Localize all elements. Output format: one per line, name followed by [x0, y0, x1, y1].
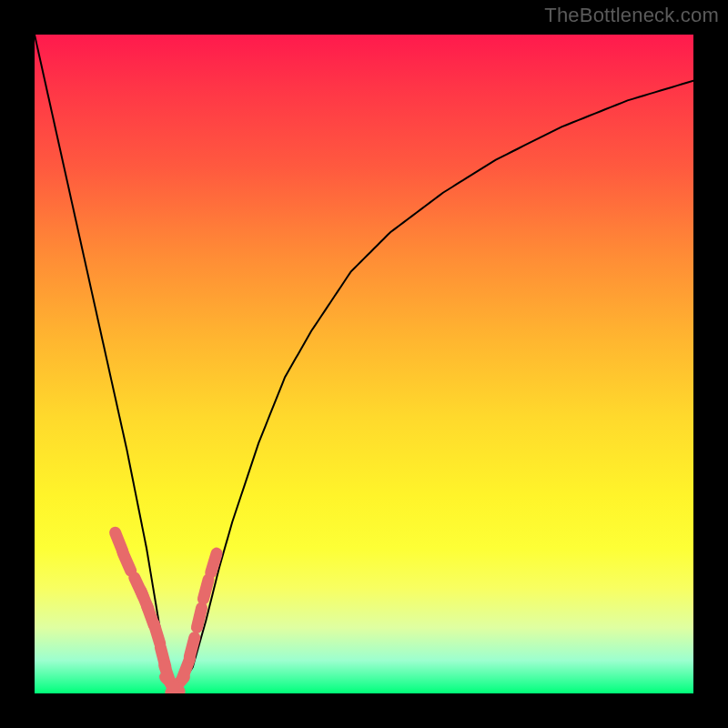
highlight-marker [189, 638, 195, 657]
highlight-marker [154, 624, 159, 643]
highlight-marker [123, 552, 131, 571]
highlight-marker [165, 665, 171, 684]
highlight-marker [147, 606, 155, 625]
highlight-marker [160, 648, 165, 667]
highlight-marker [166, 677, 180, 692]
highlight-marker [116, 532, 123, 551]
plot-area [35, 35, 693, 693]
watermark-label: TheBottleneck.com [544, 4, 719, 27]
highlight-marker [135, 578, 143, 596]
bottleneck-curve [35, 35, 693, 687]
highlight-marker [203, 580, 208, 599]
highlight-marker [183, 659, 190, 678]
chart-frame: TheBottleneck.com [0, 0, 728, 728]
highlight-markers [116, 532, 217, 693]
highlight-marker [141, 591, 148, 609]
curve-path [35, 35, 693, 687]
highlight-marker [171, 677, 184, 693]
highlight-marker [211, 553, 217, 572]
chart-overlay [35, 35, 693, 693]
highlight-marker [197, 608, 201, 627]
